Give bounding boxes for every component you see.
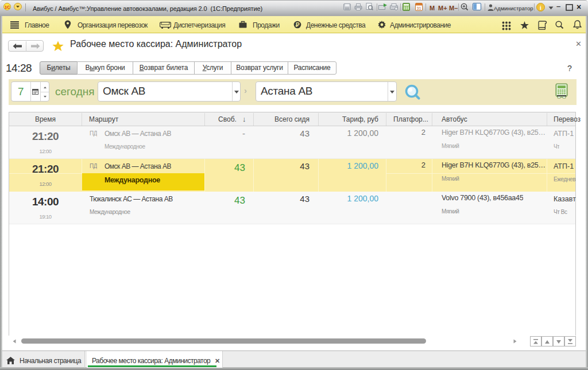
svg-text:Р: Р <box>296 22 300 28</box>
svg-text:1С: 1С <box>5 5 10 9</box>
svg-text:i: i <box>540 5 541 11</box>
svg-text:31: 31 <box>417 6 421 10</box>
